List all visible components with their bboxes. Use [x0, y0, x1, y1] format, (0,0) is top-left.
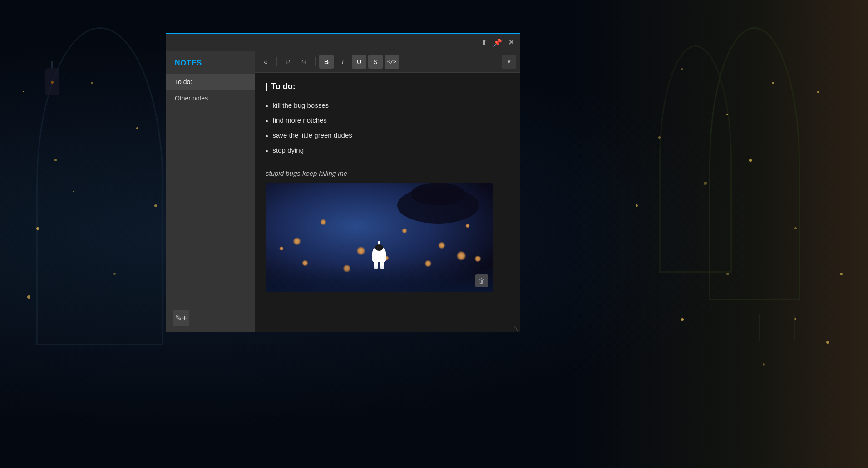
image-delete-button[interactable]: 🗑 — [475, 274, 488, 287]
firefly-3 — [36, 227, 39, 230]
bold-button[interactable]: B — [319, 55, 334, 69]
app-window: ⬆ 📌 ✕ NOTES To do: Other notes ✎+ — [166, 33, 520, 332]
list-item: find more notches — [266, 114, 509, 129]
note-content[interactable]: To do: kill the bug bosses find more not… — [255, 73, 520, 332]
sidebar-heading: NOTES — [166, 51, 255, 74]
knight-body — [372, 246, 386, 262]
firefly-0 — [23, 91, 24, 92]
close-button[interactable]: ✕ — [506, 37, 516, 47]
cloud-2 — [411, 183, 465, 205]
sidebar-item-todo[interactable]: To do: — [166, 74, 255, 90]
upload-icon[interactable]: ⬆ — [479, 37, 489, 47]
underline-button[interactable]: U — [352, 55, 366, 69]
orb-6 — [465, 224, 470, 228]
firefly-7 — [154, 204, 157, 207]
note-image: 🗑 — [266, 183, 493, 292]
scene-gradient — [266, 264, 493, 292]
sidebar-bottom: ✎+ — [166, 304, 255, 332]
note-list: kill the bug bosses find more notches sa… — [266, 99, 509, 159]
firefly-10 — [726, 114, 728, 115]
orb-2 — [320, 219, 326, 225]
firefly-13 — [749, 159, 752, 162]
toolbar: « ↩ ↪ B I U — [255, 51, 520, 73]
game-scene — [266, 183, 493, 292]
orb-4 — [402, 228, 407, 234]
orb-13 — [474, 255, 481, 262]
strikethrough-button[interactable]: S — [368, 55, 383, 69]
back-button[interactable]: « — [258, 55, 273, 69]
firefly-22 — [763, 363, 765, 366]
italic-button[interactable]: I — [335, 55, 350, 69]
note-title: To do: — [266, 82, 509, 91]
redo-button[interactable]: ↪ — [297, 55, 311, 69]
orb-5 — [438, 242, 445, 249]
title-bar: ⬆ 📌 ✕ — [166, 34, 520, 51]
firefly-20 — [726, 273, 729, 275]
list-item: kill the bug bosses — [266, 99, 509, 114]
orb-3 — [356, 246, 365, 255]
editor-panel: « ↩ ↪ B I U — [255, 51, 520, 332]
toolbar-dropdown-button[interactable]: ▾ — [502, 55, 516, 69]
sidebar-item-other[interactable]: Other notes — [166, 90, 255, 106]
bg-arch-right2 — [659, 45, 732, 273]
firefly-12 — [704, 182, 707, 185]
code-button[interactable]: </> — [385, 55, 399, 69]
firefly-11 — [772, 82, 774, 84]
bg-bench — [759, 314, 795, 341]
orb-1 — [293, 237, 301, 245]
bg-lantern — [45, 68, 59, 95]
list-item: save the little green dudes — [266, 129, 509, 144]
firefly-9 — [681, 68, 683, 70]
toolbar-separator-2 — [315, 57, 316, 66]
list-item: stop dying — [266, 144, 509, 159]
note-italic-text: stupid bugs keep killing me — [266, 169, 509, 177]
undo-button[interactable]: ↩ — [281, 55, 295, 69]
resize-handle[interactable] — [513, 324, 520, 332]
orb-11 — [456, 251, 466, 261]
toolbar-separator-1 — [276, 57, 277, 66]
pin-icon[interactable]: 📌 — [493, 37, 503, 47]
firefly-19 — [794, 318, 796, 320]
firefly-15 — [817, 91, 819, 93]
sidebar: NOTES To do: Other notes ✎+ — [166, 51, 255, 332]
firefly-17 — [840, 273, 843, 275]
orb-12 — [279, 246, 284, 251]
firefly-8 — [27, 295, 30, 299]
new-note-button[interactable]: ✎+ — [173, 310, 189, 326]
content-area: NOTES To do: Other notes ✎+ « — [166, 51, 520, 332]
